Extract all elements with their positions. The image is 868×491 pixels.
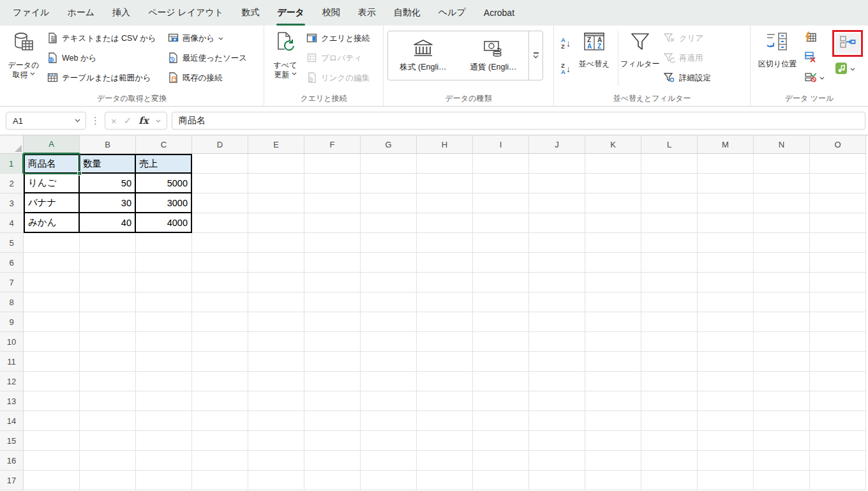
- cell-D15[interactable]: [192, 431, 248, 451]
- cell-B8[interactable]: [80, 292, 136, 312]
- cell-N16[interactable]: [754, 451, 810, 471]
- cell-K4[interactable]: [585, 213, 641, 233]
- cell-I4[interactable]: [473, 213, 529, 233]
- cell-E1[interactable]: [248, 154, 304, 174]
- cell-E15[interactable]: [248, 431, 304, 451]
- tab-insert[interactable]: 挿入: [103, 0, 139, 26]
- consolidate-button[interactable]: [835, 33, 860, 54]
- cell-O2[interactable]: [810, 174, 866, 193]
- cell-E13[interactable]: [248, 391, 304, 411]
- cell-N7[interactable]: [754, 273, 810, 292]
- cell-F16[interactable]: [304, 451, 361, 471]
- text-to-columns-button[interactable]: 区切り位置: [754, 28, 800, 69]
- cell-E17[interactable]: [248, 471, 304, 490]
- cell-M2[interactable]: [698, 174, 754, 193]
- cell-H3[interactable]: [417, 193, 473, 213]
- cell-D16[interactable]: [192, 451, 248, 471]
- cell-F17[interactable]: [304, 471, 361, 490]
- cell-J17[interactable]: [529, 471, 585, 490]
- cell-L5[interactable]: [641, 233, 698, 253]
- cell-O16[interactable]: [810, 451, 866, 471]
- cell-I12[interactable]: [473, 372, 529, 391]
- cell-C7[interactable]: [136, 273, 192, 292]
- cell-D11[interactable]: [192, 352, 248, 372]
- cell-F12[interactable]: [304, 372, 361, 391]
- flash-fill-button[interactable]: [802, 29, 827, 49]
- cell-D7[interactable]: [192, 273, 248, 292]
- cell-H8[interactable]: [417, 292, 473, 312]
- cell-D4[interactable]: [192, 213, 248, 233]
- cell-A5[interactable]: [24, 233, 80, 253]
- cell-M8[interactable]: [698, 292, 754, 312]
- tab-formulas[interactable]: 数式: [232, 0, 268, 26]
- cell-O5[interactable]: [810, 233, 866, 253]
- cell-J8[interactable]: [529, 292, 585, 312]
- cell-C6[interactable]: [136, 253, 192, 273]
- cell-E5[interactable]: [248, 233, 304, 253]
- remove-duplicates-button[interactable]: [802, 49, 827, 68]
- cell-D14[interactable]: [192, 411, 248, 431]
- cell-M7[interactable]: [698, 273, 754, 292]
- cell-B1[interactable]: 数量: [80, 154, 136, 174]
- row-header-5[interactable]: 5: [0, 233, 24, 253]
- row-header-1[interactable]: 1: [0, 154, 24, 174]
- cell-K9[interactable]: [585, 312, 641, 332]
- cell-L9[interactable]: [641, 312, 698, 332]
- cell-J3[interactable]: [529, 193, 585, 213]
- cell-H12[interactable]: [417, 372, 473, 391]
- cell-J10[interactable]: [529, 332, 585, 352]
- cell-D17[interactable]: [192, 471, 248, 490]
- cell-G3[interactable]: [361, 193, 417, 213]
- from-text-csv-button[interactable]: テキストまたは CSV から: [43, 29, 160, 49]
- cell-I9[interactable]: [473, 312, 529, 332]
- cell-O13[interactable]: [810, 391, 866, 411]
- column-header-O[interactable]: O: [810, 135, 866, 154]
- cell-D12[interactable]: [192, 372, 248, 391]
- from-web-button[interactable]: Web から: [43, 49, 160, 68]
- cell-C4[interactable]: 4000: [136, 213, 192, 233]
- cell-M14[interactable]: [698, 411, 754, 431]
- cell-D2[interactable]: [192, 174, 248, 193]
- row-header-4[interactable]: 4: [0, 213, 24, 233]
- cell-H10[interactable]: [417, 332, 473, 352]
- cell-M16[interactable]: [698, 451, 754, 471]
- cell-H11[interactable]: [417, 352, 473, 372]
- row-header-13[interactable]: 13: [0, 391, 24, 411]
- cell-J7[interactable]: [529, 273, 585, 292]
- cell-K10[interactable]: [585, 332, 641, 352]
- cell-N2[interactable]: [754, 174, 810, 193]
- cell-H15[interactable]: [417, 431, 473, 451]
- cell-B17[interactable]: [80, 471, 136, 490]
- tab-view[interactable]: 表示: [349, 0, 385, 26]
- cell-O10[interactable]: [810, 332, 866, 352]
- cell-K11[interactable]: [585, 352, 641, 372]
- row-header-9[interactable]: 9: [0, 312, 24, 332]
- cell-D3[interactable]: [192, 193, 248, 213]
- cell-I11[interactable]: [473, 352, 529, 372]
- cell-C11[interactable]: [136, 352, 192, 372]
- cell-H6[interactable]: [417, 253, 473, 273]
- cell-L6[interactable]: [641, 253, 698, 273]
- cell-H13[interactable]: [417, 391, 473, 411]
- cell-G2[interactable]: [361, 174, 417, 193]
- cell-B14[interactable]: [80, 411, 136, 431]
- cell-I2[interactable]: [473, 174, 529, 193]
- cell-O15[interactable]: [810, 431, 866, 451]
- row-header-3[interactable]: 3: [0, 193, 24, 213]
- filter-button[interactable]: フィルター: [622, 28, 659, 69]
- data-types-more-button[interactable]: [528, 31, 542, 80]
- cell-G15[interactable]: [361, 431, 417, 451]
- cell-B13[interactable]: [80, 391, 136, 411]
- cell-N13[interactable]: [754, 391, 810, 411]
- row-header-16[interactable]: 16: [0, 451, 24, 471]
- cell-N9[interactable]: [754, 312, 810, 332]
- cell-C1[interactable]: 売上: [136, 154, 192, 174]
- cell-C5[interactable]: [136, 233, 192, 253]
- cell-L7[interactable]: [641, 273, 698, 292]
- column-header-K[interactable]: K: [585, 135, 641, 154]
- cell-B10[interactable]: [80, 332, 136, 352]
- cell-B4[interactable]: 40: [80, 213, 136, 233]
- cell-M13[interactable]: [698, 391, 754, 411]
- row-header-8[interactable]: 8: [0, 292, 24, 312]
- tab-file[interactable]: ファイル: [4, 0, 58, 26]
